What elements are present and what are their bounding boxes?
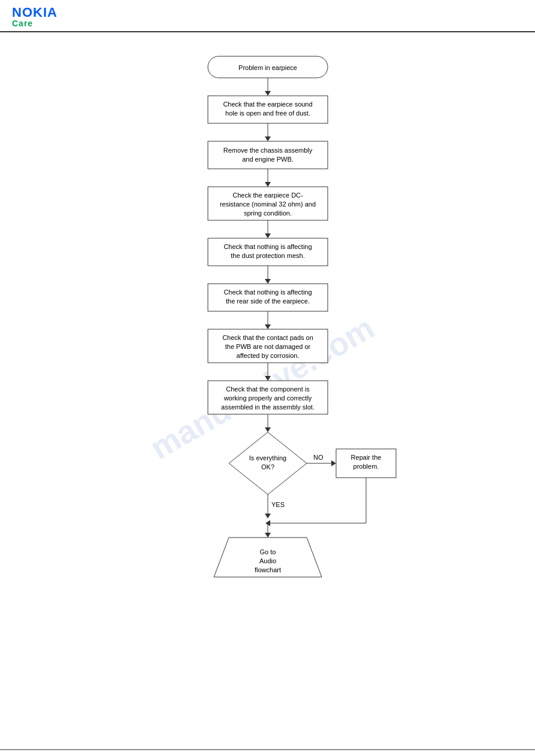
arrow5-head [265,279,271,284]
step4-line2: the dust protection mesh. [231,252,305,259]
step4-line1: Check that nothing is affecting [223,243,312,250]
end-line1: Go to [259,548,276,555]
step2-line2: and engine PWB. [242,156,294,163]
decision-line2: OK? [261,463,274,470]
step3-line3: spring condition. [243,210,291,217]
care-brand: Care [12,19,523,28]
yes-arrow-head [265,514,271,518]
arrow8-head [265,427,271,432]
no-label: NO [313,454,324,461]
arrow4-head [265,233,271,238]
step5-line2: the rear side of the earpiece. [225,297,309,305]
arrow6-head [265,324,271,329]
step5-line1: Check that nothing is affecting [223,289,312,296]
step6-line1: Check that the contact pads on [222,334,313,341]
step7-line2: working properly and correctly [223,394,312,402]
step7-line1: Check that the component is [226,385,310,393]
step3-line1: Check the earpiece DC- [232,192,303,199]
step7-line3: assembled in the assembly slot. [221,403,315,411]
step3-line2: resistance (nominal 32 ohm) and [219,201,315,208]
repair-line2: problem. [353,463,379,470]
step6-line2: the PWB are not damaged or [225,343,310,350]
nokia-brand: NOKIA [12,6,523,19]
arrow2-head [265,136,271,141]
main-content: manualsive.com Problem in earpiece Check… [0,32,535,756]
end-line2: Audio [259,557,276,564]
decision-line1: Is everything [249,454,286,462]
repair-line1: Repair the [350,454,381,461]
step1-line1: Check that the earpiece sound [223,101,312,108]
end-line3: flowchart [254,566,280,573]
header: NOKIA Care [0,0,535,32]
yes-label: YES [271,501,285,508]
flowchart-svg: manualsive.com Problem in earpiece Check… [118,50,418,739]
footer-line [0,749,535,751]
arrow3-head [265,182,271,187]
step1-line2: hole is open and free of dust. [225,110,310,117]
step2-box [208,141,328,169]
step2-line1: Remove the chassis assembly [223,147,312,154]
step6-line3: affected by corrosion. [236,352,299,359]
arrow1-head [265,91,271,96]
start-label: Problem in earpiece [238,64,297,71]
nokia-logo: NOKIA Care [12,6,523,28]
final-arrow-head [265,533,271,538]
no-arrow-head [331,460,336,466]
